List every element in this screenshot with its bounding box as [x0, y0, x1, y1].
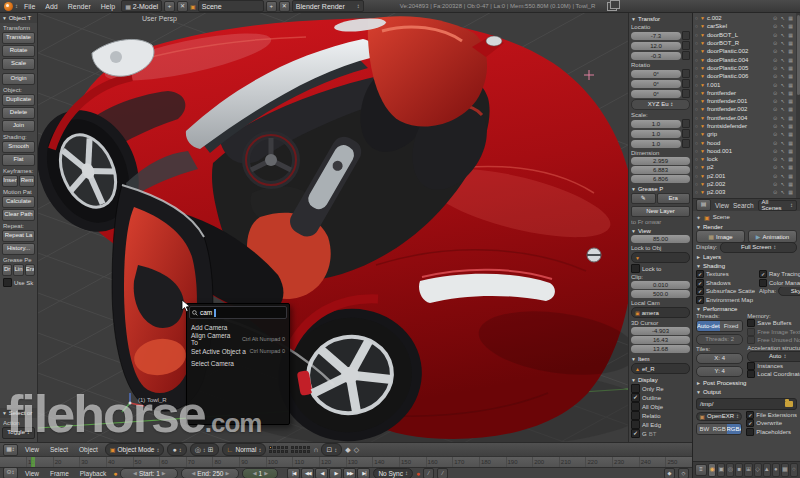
menu-add[interactable]: Add [41, 3, 61, 10]
tab-physics[interactable]: ○ [790, 463, 798, 477]
lock-icon[interactable] [682, 79, 690, 88]
renderable-camera-icon[interactable]: ▦ [788, 82, 794, 88]
current-frame-field[interactable]: ◀1▶ [242, 468, 278, 478]
local-coordinates-checkbox[interactable]: ✓Local Coordinates [747, 370, 800, 379]
smooth-button[interactable]: Smooth [2, 141, 35, 153]
remove-keyframe-button[interactable]: Rem [19, 175, 35, 187]
outline-checkbox[interactable]: ✓Outline [631, 393, 690, 402]
cursor-y-field[interactable]: 16.43 [631, 336, 690, 344]
threads-mode-toggle[interactable]: Auto-detectFixed [696, 320, 743, 332]
visibility-eye-icon[interactable]: ⊙ [773, 90, 778, 96]
selectable-arrow-icon[interactable]: ↖ [781, 73, 786, 79]
output-panel-header[interactable]: ▼Output [696, 388, 797, 397]
selectable-arrow-icon[interactable]: ↖ [781, 181, 786, 187]
view-panel-header[interactable]: ▼View [631, 226, 690, 235]
clear-path-button[interactable]: Clear Path [2, 209, 35, 221]
selectable-arrow-icon[interactable]: ↖ [781, 106, 786, 112]
lock-icon[interactable] [682, 139, 690, 148]
renderable-camera-icon[interactable]: ▦ [788, 123, 794, 129]
selectable-arrow-icon[interactable]: ↖ [781, 98, 786, 104]
editor-type-selector[interactable]: ⊙↕ [3, 467, 18, 478]
selectable-arrow-icon[interactable]: ↖ [781, 156, 786, 162]
insert-keyframe-button[interactable]: Inser [2, 175, 18, 187]
orientation-dropdown[interactable]: ∟Normal↕ [222, 443, 267, 456]
visibility-eye-icon[interactable]: ⊙ [773, 15, 778, 21]
scale-y-field[interactable]: 1.0 [631, 130, 681, 138]
cursor-x-field[interactable]: -4.903 [631, 327, 690, 335]
renderable-camera-icon[interactable]: ▦ [788, 173, 794, 179]
visibility-eye-icon[interactable]: ⊙ [773, 106, 778, 112]
outliner-row[interactable]: ○ ▼ hood.001 ⊙ ↖ ▦ [693, 147, 800, 155]
selectable-arrow-icon[interactable]: ↖ [781, 23, 786, 29]
timeline-view-menu[interactable]: View [21, 470, 43, 477]
header-collapse-icon[interactable]: ↕ [15, 3, 18, 9]
editor-type-selector[interactable]: ▦↕ [3, 444, 18, 456]
tab-texture[interactable]: ▦ [781, 463, 789, 477]
scale-x-field[interactable]: 1.0 [631, 120, 681, 128]
local-camera-field[interactable]: ▣amera [631, 307, 690, 318]
selectable-arrow-icon[interactable]: ↖ [781, 189, 786, 195]
render-opengl-anim-icon[interactable]: ◇ [354, 446, 359, 454]
outliner-row[interactable]: ○ ▼ c.002 ⊙ ↖ ▦ [693, 14, 800, 22]
renderable-camera-icon[interactable]: ▦ [788, 32, 794, 38]
sss-checkbox[interactable]: ✓Subsurface Scatte [696, 287, 755, 296]
location-x-field[interactable]: -7.3 [631, 32, 681, 40]
alpha-dropdown[interactable]: Sky↕ [778, 287, 800, 296]
outliner-row[interactable]: ○ ▼ lock ⊙ ↖ ▦ [693, 155, 800, 163]
jump-start-button[interactable]: |◀ [287, 468, 300, 478]
window-duplicate-icon[interactable] [607, 2, 617, 11]
lens-field[interactable]: 85.00 [631, 235, 690, 243]
grease-draw-button[interactable]: ✎ [631, 193, 656, 204]
timeline-frame-menu[interactable]: Frame [46, 470, 73, 477]
renderable-camera-icon[interactable]: ▦ [788, 90, 794, 96]
outliner-row[interactable]: ○ ▼ p2.001 ⊙ ↖ ▦ [693, 172, 800, 180]
visibility-eye-icon[interactable]: ⊙ [773, 57, 778, 63]
file-extensions-checkbox[interactable]: ✓File Extensions [746, 411, 797, 420]
renderable-camera-icon[interactable]: ▦ [788, 40, 794, 46]
outliner-search-menu[interactable]: Search [733, 202, 754, 209]
selectable-arrow-icon[interactable]: ↖ [781, 82, 786, 88]
renderable-camera-icon[interactable]: ▦ [788, 115, 794, 121]
selectable-arrow-icon[interactable]: ↖ [781, 173, 786, 179]
render-opengl-icon[interactable]: ◆ [345, 446, 350, 454]
car-model[interactable] [38, 16, 628, 442]
tab-data[interactable]: ▲ [763, 463, 771, 477]
outliner-row[interactable]: ○ ▼ frontfender.004 ⊙ ↖ ▦ [693, 114, 800, 122]
display-panel-header[interactable]: ▼Display [631, 375, 690, 384]
visibility-eye-icon[interactable]: ⊙ [773, 82, 778, 88]
outliner-row[interactable]: ○ ▼ doorPlastic.006 ⊙ ↖ ▦ [693, 72, 800, 80]
outliner-row[interactable]: ○ ▼ p2.002 ⊙ ↖ ▦ [693, 180, 800, 188]
timeline-ruler[interactable]: 1020304050607080901001101201301401501601… [0, 456, 692, 467]
outliner-row[interactable]: ○ ▼ grip ⊙ ↖ ▦ [693, 130, 800, 138]
play-button[interactable]: ▶ [329, 468, 342, 478]
clip-start-field[interactable]: 0.010 [631, 281, 690, 289]
tab-world[interactable]: ◎ [726, 463, 734, 477]
renderable-camera-icon[interactable]: ▦ [788, 148, 794, 154]
textures-checkbox[interactable]: ✓Textures [696, 270, 755, 279]
tool-shelf-header[interactable]: ▼ Object T [0, 13, 37, 23]
instances-checkbox[interactable]: ✓Instances [747, 362, 800, 371]
selectable-arrow-icon[interactable]: ↖ [781, 123, 786, 129]
auto-keyframe-icon[interactable]: ⁄ [423, 468, 434, 478]
outliner-row[interactable]: ○ ▼ frontsidefender ⊙ ↖ ▦ [693, 122, 800, 130]
visibility-eye-icon[interactable]: ⊙ [773, 164, 778, 170]
visibility-eye-icon[interactable]: ⊙ [773, 173, 778, 179]
layers-widget[interactable] [269, 446, 310, 453]
visibility-eye-icon[interactable]: ⊙ [773, 48, 778, 54]
post-processing-panel-header[interactable]: ►Post Processing [696, 379, 797, 388]
placeholders-checkbox[interactable]: ✓Placeholders [746, 428, 797, 437]
repeat-last-button[interactable]: Repeat La [2, 230, 35, 242]
visibility-eye-icon[interactable]: ⊙ [773, 115, 778, 121]
tab-render[interactable]: ◉ [708, 463, 716, 477]
visibility-eye-icon[interactable]: ⊙ [773, 123, 778, 129]
tab-scene[interactable]: ▣ [717, 463, 725, 477]
renderable-camera-icon[interactable]: ▦ [788, 65, 794, 71]
outliner-row[interactable]: ○ ▼ p2 ⊙ ↖ ▦ [693, 163, 800, 171]
file-format-dropdown[interactable]: ▣OpenEXR↕ [696, 412, 742, 422]
visibility-eye-icon[interactable]: ⊙ [773, 40, 778, 46]
renderable-camera-icon[interactable]: ▦ [788, 57, 794, 63]
visibility-eye-icon[interactable]: ⊙ [773, 32, 778, 38]
origin-button[interactable]: Origin [2, 73, 35, 85]
outliner-row[interactable]: ○ ▼ frontfender ⊙ ↖ ▦ [693, 89, 800, 97]
translate-button[interactable]: Translate [2, 32, 35, 44]
